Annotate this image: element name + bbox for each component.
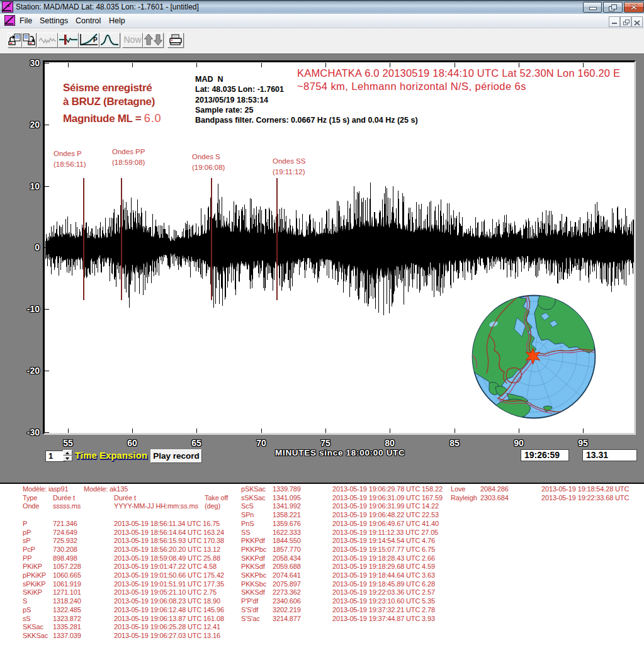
svg-text:P: P bbox=[93, 36, 98, 43]
